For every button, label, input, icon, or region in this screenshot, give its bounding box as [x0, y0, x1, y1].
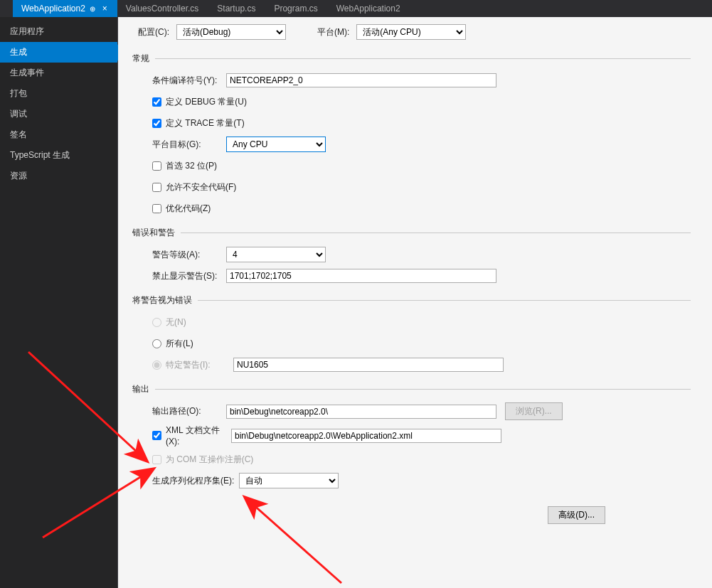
properties-sidebar: 应用程序 生成 生成事件 打包 调试 签名 TypeScript 生成 资源 [0, 17, 118, 588]
tab-label: Startup.cs [217, 4, 255, 14]
tab-label: Program.cs [274, 4, 317, 14]
warning-level-select[interactable]: 4 [226, 247, 326, 262]
tab-label: WebApplication2 [21, 4, 85, 14]
platform-target-label: 平台目标(G): [152, 139, 226, 151]
treat-none-label: 无(N) [166, 316, 186, 328]
section-errors-warnings: 错误和警告 [132, 227, 691, 239]
sidebar-item-build[interactable]: 生成 [0, 42, 117, 63]
section-output: 输出 [132, 383, 691, 395]
sidebar-item-application[interactable]: 应用程序 [0, 21, 117, 42]
allow-unsafe-checkbox[interactable] [152, 183, 161, 192]
conditional-symbols-label: 条件编译符号(Y): [152, 75, 226, 87]
platform-target-select[interactable]: Any CPU [226, 137, 326, 152]
tab-valuescontroller[interactable]: ValuesController.cs [117, 0, 209, 17]
section-general: 常规 [132, 53, 691, 65]
configuration-label: 配置(C): [138, 26, 169, 38]
platform-label: 平台(M): [317, 26, 349, 38]
prefer-32bit-checkbox[interactable] [152, 161, 161, 171]
define-trace-label: 定义 TRACE 常量(T) [166, 117, 245, 129]
advanced-button[interactable]: 高级(D)... [548, 506, 605, 524]
sidebar-item-package[interactable]: 打包 [0, 83, 117, 104]
output-path-label: 输出路径(O): [152, 405, 226, 417]
section-treat-warnings: 将警告视为错误 [132, 294, 691, 306]
treat-specific-label: 特定警告(I): [166, 359, 229, 371]
define-debug-label: 定义 DEBUG 常量(U) [166, 96, 247, 108]
build-properties-panel: 配置(C): 活动(Debug) 平台(M): 活动(Any CPU) 常规 条… [118, 17, 712, 588]
suppress-warnings-input[interactable] [226, 269, 496, 283]
xml-doc-label: XML 文档文件(X): [166, 424, 227, 447]
sidebar-item-signing[interactable]: 签名 [0, 124, 117, 145]
suppress-warnings-label: 禁止显示警告(S): [152, 270, 226, 282]
sidebar-item-typescript[interactable]: TypeScript 生成 [0, 145, 117, 166]
define-debug-checkbox[interactable] [152, 97, 161, 107]
tab-program[interactable]: Program.cs [265, 0, 327, 17]
sidebar-item-debug[interactable]: 调试 [0, 104, 117, 124]
sidebar-item-build-events[interactable]: 生成事件 [0, 63, 117, 83]
treat-all-radio[interactable] [152, 339, 161, 348]
optimize-code-checkbox[interactable] [152, 204, 161, 213]
conditional-symbols-input[interactable] [226, 73, 496, 87]
document-tabstrip: WebApplication2 ⊕ × ValuesController.cs … [0, 0, 712, 17]
prefer-32bit-label: 首选 32 位(P) [166, 160, 217, 172]
tab-webapplication2[interactable]: WebApplication2 [328, 0, 410, 17]
close-icon[interactable]: × [102, 4, 107, 14]
treat-none-radio [152, 318, 161, 327]
treat-specific-input[interactable] [233, 358, 504, 372]
optimize-code-label: 优化代码(Z) [166, 203, 211, 215]
xml-doc-input[interactable] [231, 429, 501, 443]
serialization-label: 生成序列化程序集(E): [152, 475, 239, 487]
output-path-input[interactable] [226, 405, 496, 419]
allow-unsafe-label: 允许不安全代码(F) [166, 181, 236, 193]
warning-level-label: 警告等级(A): [152, 249, 226, 261]
com-register-checkbox [152, 455, 161, 464]
treat-specific-radio [152, 360, 161, 370]
config-platform-bar: 配置(C): 活动(Debug) 平台(M): 活动(Any CPU) [138, 24, 691, 40]
browse-button: 浏览(R)... [505, 402, 563, 420]
configuration-select[interactable]: 活动(Debug) [176, 24, 286, 40]
sidebar-item-resources[interactable]: 资源 [0, 166, 117, 186]
xml-doc-checkbox[interactable] [152, 431, 161, 440]
com-register-label: 为 COM 互操作注册(C) [166, 454, 253, 466]
tab-startup[interactable]: Startup.cs [208, 0, 265, 17]
tab-webapplication2-props[interactable]: WebApplication2 ⊕ × [13, 0, 117, 17]
define-trace-checkbox[interactable] [152, 119, 161, 128]
tab-label: WebApplication2 [336, 4, 400, 14]
tab-label: ValuesController.cs [126, 4, 199, 14]
serialization-select[interactable]: 自动 [239, 473, 339, 488]
platform-select[interactable]: 活动(Any CPU) [356, 24, 466, 40]
pin-icon[interactable]: ⊕ [90, 5, 95, 13]
treat-all-label: 所有(L) [166, 338, 193, 350]
